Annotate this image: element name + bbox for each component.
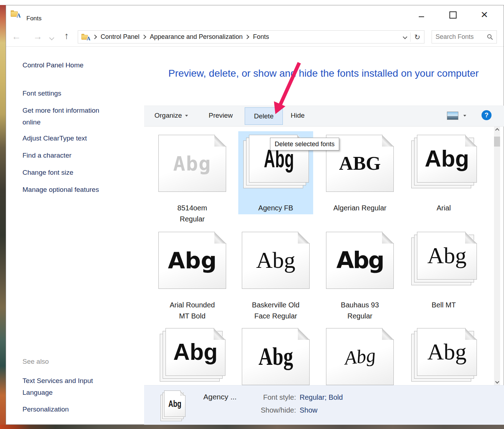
font-pages-stacked-icon: Abg	[406, 232, 481, 290]
breadcrumb-item[interactable]: Control Panel	[99, 33, 141, 41]
font-preview-glyph: Abg	[168, 398, 181, 409]
tooltip: Delete selected fonts	[270, 138, 339, 150]
show-hide-label: Show/hide:	[251, 406, 296, 414]
font-tile[interactable]: Abg	[406, 325, 481, 385]
font-page-icon: Abg	[155, 232, 230, 290]
font-tile[interactable]: Abg	[322, 325, 397, 385]
sidebar-item-font-settings[interactable]: Font settings	[22, 87, 117, 99]
font-style-value: Regular; Bold	[300, 393, 343, 402]
font-preview-glyph: ABG	[339, 152, 381, 174]
font-page-icon: Abg	[155, 135, 230, 193]
page-front: Abg	[326, 232, 394, 289]
back-arrow-icon[interactable]: ←	[12, 32, 21, 41]
up-arrow-icon[interactable]: ↑	[64, 31, 69, 40]
recent-locations-chevron-icon[interactable]	[50, 35, 54, 41]
font-tile[interactable]: Abg	[155, 325, 230, 385]
scrollbar-thumb[interactable]	[494, 137, 500, 147]
close-button[interactable]: ×	[481, 7, 488, 21]
font-pages-stacked-icon: Abg	[155, 328, 230, 385]
font-tile-arial-rounded-mt-bold[interactable]: AbgArial Rounded MT Bold	[155, 228, 230, 322]
selected-font-icon: Abg	[160, 390, 188, 423]
screen: A Fonts × ← → ↑ A Control PanelAppearanc…	[0, 0, 504, 429]
minimize-icon	[419, 16, 424, 17]
search-box[interactable]: Search Fonts	[432, 30, 497, 44]
sidebar-item-control-panel-home[interactable]: Control Panel Home	[22, 61, 83, 69]
breadcrumb-folder-icon: A	[81, 34, 90, 41]
hide-button[interactable]: Hide	[291, 112, 305, 119]
forward-arrow-icon[interactable]: →	[33, 32, 42, 41]
font-preview-glyph: Abg	[343, 344, 376, 369]
font-tile-bauhaus-93-regular[interactable]: AbgBauhaus 93 Regular	[322, 228, 397, 322]
font-page-icon: Abg	[322, 232, 397, 290]
font-preview-glyph: Abg	[173, 339, 218, 365]
font-tile-8514oem-regular[interactable]: Abg8514oem Regular	[155, 131, 230, 225]
font-preview-glyph: Abg	[258, 342, 293, 371]
font-tile-label: 8514oem Regular	[155, 203, 230, 225]
breadcrumb-item[interactable]: Appearance and Personalization	[148, 33, 244, 41]
font-tile-bell-mt[interactable]: AbgBell MT	[406, 228, 481, 311]
refresh-icon[interactable]: ↻	[411, 33, 424, 41]
font-preview-glyph: Abg	[427, 339, 467, 365]
sidebar-item-adjust-cleartype-text[interactable]: Adjust ClearType text	[22, 132, 117, 144]
font-preview-glyph: Abg	[336, 247, 383, 274]
font-tile[interactable]: Abg	[238, 325, 313, 385]
page-front: Abg	[417, 328, 477, 376]
sidebar-item-find-a-character[interactable]: Find a character	[22, 149, 117, 161]
minimize-button[interactable]	[417, 11, 427, 19]
font-tile-label: Arial	[406, 203, 481, 214]
address-bar[interactable]: A Control PanelAppearance and Personaliz…	[78, 30, 424, 44]
sidebar-item-get-more-font-information-online[interactable]: Get more font information online	[22, 104, 117, 128]
sidebar-item-text-services-and-input-language[interactable]: Text Services and Input Language	[22, 375, 117, 398]
font-style-label: Font style:	[251, 393, 296, 402]
font-tile-label: Bauhaus 93 Regular	[322, 300, 397, 322]
font-tile-baskerville-old-face-regular[interactable]: AbgBaskerville Old Face Regular	[238, 228, 313, 322]
font-tile-label: Algerian Regular	[322, 203, 397, 214]
see-also-label: See also	[22, 358, 49, 366]
font-page-icon: Abg	[238, 328, 313, 385]
details-font-name: Agency ...	[203, 393, 236, 401]
scrollbar[interactable]	[494, 127, 500, 385]
font-preview-glyph: Abg	[168, 247, 217, 274]
breadcrumb-item[interactable]: Fonts	[251, 33, 270, 41]
organize-button[interactable]: Organize	[154, 112, 188, 119]
page-front: Abg	[417, 135, 477, 183]
breadcrumb-chevron-icon	[92, 35, 97, 39]
sidebar-item-personalization[interactable]: Personalization	[22, 403, 117, 415]
delete-button[interactable]: Delete	[245, 107, 283, 125]
address-dropdown-chevron-icon[interactable]	[399, 35, 410, 39]
desktop-sliver-bottom	[0, 425, 504, 429]
help-icon[interactable]: ?	[482, 110, 492, 120]
font-page-icon: Abg	[238, 232, 313, 290]
font-tile-arial[interactable]: AbgArial	[406, 131, 481, 214]
page-front: Abg	[158, 135, 226, 192]
font-preview-glyph: Abg	[173, 152, 211, 175]
font-pages-stacked-icon: Abg	[406, 328, 481, 385]
views-dropdown-chevron-icon[interactable]	[463, 115, 466, 117]
views-thumbnail-icon[interactable]	[447, 112, 458, 120]
command-toolbar: Organize Preview Delete Hide ?	[144, 106, 504, 127]
scroll-up-button[interactable]	[494, 127, 500, 133]
font-tile-label: Agency FB	[238, 203, 313, 214]
maximize-button[interactable]	[449, 11, 457, 19]
fonts-app-icon: A	[11, 10, 20, 18]
font-list: Abg8514oem RegularAbgAgency FBABGAlgeria…	[144, 127, 494, 385]
letter-a-glyph: A	[87, 36, 90, 41]
magnifier-icon[interactable]	[487, 34, 493, 40]
desktop-sliver-top	[0, 0, 504, 5]
window-title: Fonts	[26, 15, 42, 22]
sidebar-item-change-font-size[interactable]: Change font size	[22, 167, 117, 178]
page-front: Abg	[158, 232, 226, 289]
letter-a-glyph: A	[16, 12, 21, 19]
font-pages-stacked-icon: Abg	[406, 135, 481, 193]
breadcrumb: Control PanelAppearance and Personalizat…	[99, 33, 270, 41]
preview-button[interactable]: Preview	[209, 112, 233, 119]
font-preview-glyph: Abg	[425, 145, 469, 172]
font-preview-glyph: Abg	[256, 247, 295, 274]
page-front: Abg	[166, 328, 225, 376]
breadcrumb-chevron-icon	[245, 35, 249, 39]
desktop-sliver-left	[0, 5, 6, 425]
font-preview-glyph: Abg	[427, 242, 467, 269]
scroll-down-button[interactable]	[494, 379, 500, 385]
sidebar-item-manage-optional-features[interactable]: Manage optional features	[22, 184, 117, 195]
page-title: Preview, delete, or show and hide the fo…	[168, 65, 482, 81]
